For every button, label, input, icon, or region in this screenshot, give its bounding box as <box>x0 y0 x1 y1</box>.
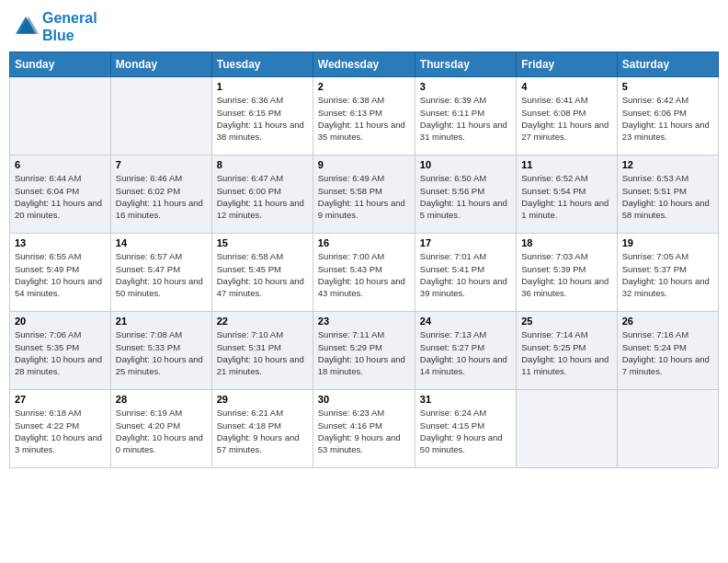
day-info: Sunrise: 7:00 AM Sunset: 5:43 PM Dayligh… <box>318 251 405 298</box>
calendar-cell: 31Sunrise: 6:24 AM Sunset: 4:15 PM Dayli… <box>415 390 516 468</box>
logo-text-line2: Blue <box>42 27 97 44</box>
day-info: Sunrise: 6:36 AM Sunset: 6:15 PM Dayligh… <box>217 95 304 142</box>
day-header-tuesday: Tuesday <box>211 52 313 77</box>
calendar-cell: 13Sunrise: 6:55 AM Sunset: 5:49 PM Dayli… <box>10 234 111 312</box>
calendar-cell <box>517 390 617 468</box>
day-header-wednesday: Wednesday <box>313 52 415 77</box>
calendar-cell: 24Sunrise: 7:13 AM Sunset: 5:27 PM Dayli… <box>415 312 516 390</box>
day-info: Sunrise: 6:47 AM Sunset: 6:00 PM Dayligh… <box>217 173 304 220</box>
day-info: Sunrise: 6:24 AM Sunset: 4:15 PM Dayligh… <box>420 408 503 454</box>
calendar-cell <box>617 390 718 468</box>
calendar-cell: 25Sunrise: 7:14 AM Sunset: 5:25 PM Dayli… <box>517 312 617 390</box>
calendar-cell: 21Sunrise: 7:08 AM Sunset: 5:33 PM Dayli… <box>110 312 211 390</box>
day-header-thursday: Thursday <box>415 52 516 77</box>
day-number: 20 <box>15 316 106 327</box>
calendar-week-1: 1Sunrise: 6:36 AM Sunset: 6:15 PM Daylig… <box>10 77 719 155</box>
calendar-cell: 22Sunrise: 7:10 AM Sunset: 5:31 PM Dayli… <box>211 312 313 390</box>
day-info: Sunrise: 6:55 AM Sunset: 5:49 PM Dayligh… <box>15 251 102 298</box>
day-number: 24 <box>420 316 511 327</box>
calendar-cell: 23Sunrise: 7:11 AM Sunset: 5:29 PM Dayli… <box>313 312 415 390</box>
calendar-cell: 7Sunrise: 6:46 AM Sunset: 6:02 PM Daylig… <box>110 155 211 234</box>
day-info: Sunrise: 6:18 AM Sunset: 4:22 PM Dayligh… <box>15 408 102 454</box>
logo-text-line1: General <box>42 9 97 27</box>
day-info: Sunrise: 6:49 AM Sunset: 5:58 PM Dayligh… <box>318 173 405 220</box>
day-number: 27 <box>15 394 106 405</box>
calendar-week-3: 13Sunrise: 6:55 AM Sunset: 5:49 PM Dayli… <box>10 234 719 312</box>
day-info: Sunrise: 6:23 AM Sunset: 4:16 PM Dayligh… <box>318 408 401 454</box>
day-info: Sunrise: 6:21 AM Sunset: 4:18 PM Dayligh… <box>217 408 300 454</box>
day-info: Sunrise: 6:42 AM Sunset: 6:06 PM Dayligh… <box>622 95 710 142</box>
day-info: Sunrise: 6:57 AM Sunset: 5:47 PM Dayligh… <box>116 251 203 298</box>
logo-general: General <box>42 10 97 26</box>
day-info: Sunrise: 7:05 AM Sunset: 5:37 PM Dayligh… <box>622 251 710 298</box>
day-number: 14 <box>116 237 207 248</box>
day-number: 15 <box>217 237 308 248</box>
day-info: Sunrise: 6:50 AM Sunset: 5:56 PM Dayligh… <box>420 173 507 220</box>
calendar-cell <box>10 77 111 155</box>
day-number: 28 <box>116 394 207 405</box>
day-number: 19 <box>622 237 713 248</box>
calendar-cell: 28Sunrise: 6:19 AM Sunset: 4:20 PM Dayli… <box>110 390 211 468</box>
day-number: 18 <box>521 237 611 248</box>
day-number: 3 <box>420 81 511 92</box>
calendar-cell: 15Sunrise: 6:58 AM Sunset: 5:45 PM Dayli… <box>211 234 313 312</box>
calendar-cell: 5Sunrise: 6:42 AM Sunset: 6:06 PM Daylig… <box>617 77 718 155</box>
calendar-cell: 26Sunrise: 7:16 AM Sunset: 5:24 PM Dayli… <box>617 312 718 390</box>
day-number: 31 <box>420 394 511 405</box>
day-number: 1 <box>217 81 308 92</box>
day-header-sunday: Sunday <box>10 52 111 77</box>
day-info: Sunrise: 6:38 AM Sunset: 6:13 PM Dayligh… <box>318 95 405 142</box>
day-header-friday: Friday <box>517 52 617 77</box>
day-header-monday: Monday <box>110 52 211 77</box>
calendar-cell: 12Sunrise: 6:53 AM Sunset: 5:51 PM Dayli… <box>617 155 718 234</box>
calendar-cell: 19Sunrise: 7:05 AM Sunset: 5:37 PM Dayli… <box>617 234 718 312</box>
day-number: 10 <box>420 159 511 170</box>
day-info: Sunrise: 6:58 AM Sunset: 5:45 PM Dayligh… <box>217 251 304 298</box>
day-number: 25 <box>521 316 611 327</box>
day-info: Sunrise: 6:19 AM Sunset: 4:20 PM Dayligh… <box>116 408 203 454</box>
calendar-cell: 4Sunrise: 6:41 AM Sunset: 6:08 PM Daylig… <box>517 77 617 155</box>
page-header: General Blue <box>9 9 719 44</box>
calendar-cell: 14Sunrise: 6:57 AM Sunset: 5:47 PM Dayli… <box>110 234 211 312</box>
calendar-cell: 17Sunrise: 7:01 AM Sunset: 5:41 PM Dayli… <box>415 234 516 312</box>
logo-icon <box>13 14 39 40</box>
day-info: Sunrise: 6:53 AM Sunset: 5:51 PM Dayligh… <box>622 173 710 220</box>
calendar-header-row: SundayMondayTuesdayWednesdayThursdayFrid… <box>10 52 719 77</box>
calendar-cell: 6Sunrise: 6:44 AM Sunset: 6:04 PM Daylig… <box>10 155 111 234</box>
day-info: Sunrise: 7:13 AM Sunset: 5:27 PM Dayligh… <box>420 329 507 376</box>
calendar-cell: 2Sunrise: 6:38 AM Sunset: 6:13 PM Daylig… <box>313 77 415 155</box>
day-number: 29 <box>217 394 308 405</box>
day-number: 7 <box>116 159 207 170</box>
day-info: Sunrise: 7:16 AM Sunset: 5:24 PM Dayligh… <box>622 329 710 376</box>
day-number: 26 <box>622 316 713 327</box>
day-number: 9 <box>318 159 410 170</box>
calendar-table: SundayMondayTuesdayWednesdayThursdayFrid… <box>9 52 719 468</box>
day-info: Sunrise: 7:10 AM Sunset: 5:31 PM Dayligh… <box>217 329 304 376</box>
day-number: 5 <box>622 81 713 92</box>
day-number: 22 <box>217 316 308 327</box>
calendar-week-4: 20Sunrise: 7:06 AM Sunset: 5:35 PM Dayli… <box>10 312 719 390</box>
calendar-cell: 18Sunrise: 7:03 AM Sunset: 5:39 PM Dayli… <box>517 234 617 312</box>
calendar-cell: 30Sunrise: 6:23 AM Sunset: 4:16 PM Dayli… <box>313 390 415 468</box>
day-info: Sunrise: 6:52 AM Sunset: 5:54 PM Dayligh… <box>521 173 609 220</box>
day-info: Sunrise: 7:08 AM Sunset: 5:33 PM Dayligh… <box>116 329 203 376</box>
day-number: 6 <box>15 159 106 170</box>
calendar-cell: 20Sunrise: 7:06 AM Sunset: 5:35 PM Dayli… <box>10 312 111 390</box>
calendar-cell: 11Sunrise: 6:52 AM Sunset: 5:54 PM Dayli… <box>517 155 617 234</box>
day-info: Sunrise: 6:41 AM Sunset: 6:08 PM Dayligh… <box>521 95 609 142</box>
calendar-cell: 9Sunrise: 6:49 AM Sunset: 5:58 PM Daylig… <box>313 155 415 234</box>
day-info: Sunrise: 6:39 AM Sunset: 6:11 PM Dayligh… <box>420 95 507 142</box>
calendar-cell: 1Sunrise: 6:36 AM Sunset: 6:15 PM Daylig… <box>211 77 313 155</box>
calendar-week-2: 6Sunrise: 6:44 AM Sunset: 6:04 PM Daylig… <box>10 155 719 234</box>
day-number: 11 <box>521 159 611 170</box>
day-info: Sunrise: 6:46 AM Sunset: 6:02 PM Dayligh… <box>116 173 203 220</box>
day-number: 12 <box>622 159 713 170</box>
calendar-cell: 29Sunrise: 6:21 AM Sunset: 4:18 PM Dayli… <box>211 390 313 468</box>
day-number: 16 <box>318 237 410 248</box>
day-number: 23 <box>318 316 410 327</box>
day-number: 13 <box>15 237 106 248</box>
day-info: Sunrise: 7:06 AM Sunset: 5:35 PM Dayligh… <box>15 329 102 376</box>
day-number: 17 <box>420 237 511 248</box>
calendar-cell: 27Sunrise: 6:18 AM Sunset: 4:22 PM Dayli… <box>10 390 111 468</box>
calendar-cell: 3Sunrise: 6:39 AM Sunset: 6:11 PM Daylig… <box>415 77 516 155</box>
